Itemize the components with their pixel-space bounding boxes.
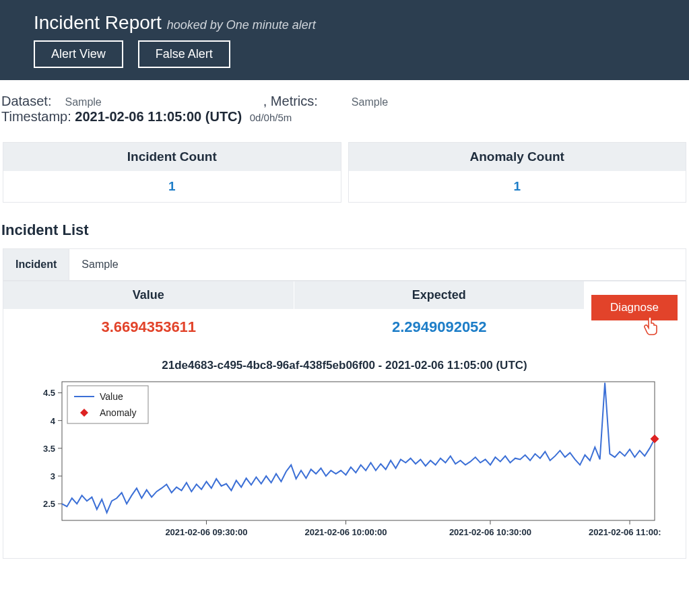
page-title: Incident Report hooked by One minute ale… bbox=[34, 12, 655, 34]
incident-count-value: 1 bbox=[3, 171, 341, 202]
svg-text:Value: Value bbox=[100, 391, 123, 402]
expected-header: Expected bbox=[294, 281, 585, 309]
anomaly-count-value: 1 bbox=[349, 171, 686, 202]
line-chart: 2.533.544.52021-02-06 09:30:002021-02-06… bbox=[28, 376, 661, 551]
incident-tabs: Incident Sample bbox=[3, 249, 686, 281]
title-text: Incident Report bbox=[34, 12, 162, 33]
incident-count-card: Incident Count 1 bbox=[3, 142, 341, 203]
svg-text:2.5: 2.5 bbox=[42, 499, 55, 509]
svg-text:2021-02-06 11:00:00: 2021-02-06 11:00:00 bbox=[588, 527, 661, 537]
timestamp-value: 2021-02-06 11:05:00 (UTC) bbox=[75, 109, 242, 124]
value-cell: 3.6694353611 bbox=[3, 309, 294, 345]
timestamp-age: 0d/0h/5m bbox=[250, 112, 292, 123]
timestamp-label: Timestamp: bbox=[1, 109, 71, 124]
value-expected-row: Value 3.6694353611 Expected 2.2949092052… bbox=[3, 281, 686, 345]
expected-column: Expected 2.2949092052 bbox=[294, 281, 585, 345]
tab-incident[interactable]: Incident bbox=[3, 249, 69, 280]
diagnose-button[interactable]: Diagnose bbox=[591, 295, 678, 320]
svg-text:2021-02-06 09:30:00: 2021-02-06 09:30:00 bbox=[165, 527, 247, 537]
anomaly-count-label: Anomaly Count bbox=[349, 143, 686, 171]
svg-text:2021-02-06 10:00:00: 2021-02-06 10:00:00 bbox=[304, 527, 387, 537]
svg-rect-0 bbox=[62, 382, 655, 520]
svg-text:4.5: 4.5 bbox=[42, 388, 55, 398]
value-column: Value 3.6694353611 bbox=[3, 281, 294, 345]
incident-count-label: Incident Count bbox=[3, 143, 341, 171]
expected-cell: 2.2949092052 bbox=[294, 309, 585, 345]
svg-text:4: 4 bbox=[50, 416, 55, 426]
header-buttons: Alert View False Alert bbox=[34, 40, 655, 68]
metrics-label: , Metrics: bbox=[263, 94, 318, 109]
diagnose-wrap: Diagnose bbox=[585, 281, 686, 320]
anomaly-count-card: Anomaly Count 1 bbox=[348, 142, 687, 203]
counts-row: Incident Count 1 Anomaly Count 1 bbox=[3, 142, 686, 203]
svg-text:Anomaly: Anomaly bbox=[100, 407, 136, 418]
false-alert-button[interactable]: False Alert bbox=[138, 40, 230, 68]
incident-list-title: Incident List bbox=[1, 221, 689, 239]
svg-text:3.5: 3.5 bbox=[42, 444, 55, 454]
value-header: Value bbox=[3, 281, 294, 309]
chart-title: 21de4683-c495-4bc8-96af-438f5eb06f00 - 2… bbox=[24, 359, 665, 372]
chart-area: 21de4683-c495-4bc8-96af-438f5eb06f00 - 2… bbox=[3, 345, 686, 558]
title-subtitle: hooked by One minute alert bbox=[167, 18, 316, 32]
metadata-section: Dataset: Sample , Metrics: Sample Timest… bbox=[0, 80, 689, 129]
incident-sample-text: Sample bbox=[69, 249, 130, 280]
alert-view-button[interactable]: Alert View bbox=[34, 40, 123, 68]
svg-text:2021-02-06 10:30:00: 2021-02-06 10:30:00 bbox=[449, 527, 531, 537]
dataset-value: Sample bbox=[65, 96, 101, 108]
incident-panel: Incident Sample Value 3.6694353611 Expec… bbox=[3, 248, 686, 559]
page-header: Incident Report hooked by One minute ale… bbox=[0, 0, 689, 80]
metrics-value: Sample bbox=[352, 96, 388, 108]
svg-text:3: 3 bbox=[50, 471, 55, 481]
dataset-label: Dataset: bbox=[1, 94, 51, 109]
